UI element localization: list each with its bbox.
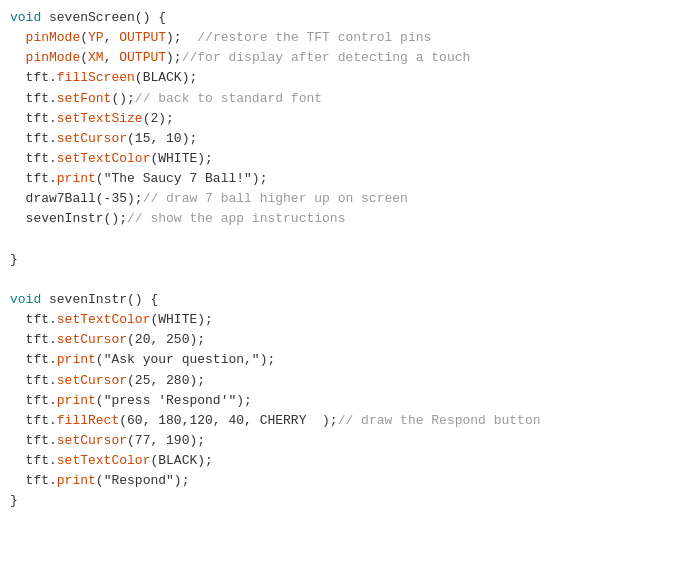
code-line-19: tft.setCursor(25, 280); xyxy=(10,371,690,391)
code-line-7: tft.setCursor(15, 10); xyxy=(10,129,690,149)
code-line-17: tft.setCursor(20, 250); xyxy=(10,330,690,350)
code-line-3: pinMode(XM, OUTPUT);//for display after … xyxy=(10,48,690,68)
code-line-5: tft.setFont();// back to standard font xyxy=(10,89,690,109)
code-line-13: } xyxy=(10,250,690,270)
code-line-10: draw7Ball(-35);// draw 7 ball higher up … xyxy=(10,189,690,209)
code-line-22: tft.setCursor(77, 190); xyxy=(10,431,690,451)
code-line-18: tft.print("Ask your question,"); xyxy=(10,350,690,370)
code-line-9: tft.print("The Saucy 7 Ball!"); xyxy=(10,169,690,189)
code-line-14 xyxy=(10,270,690,290)
code-line-25: } xyxy=(10,491,690,511)
code-container: void sevenScreen() { pinMode(YP, OUTPUT)… xyxy=(0,0,700,569)
code-line-1: void sevenScreen() { xyxy=(10,8,690,28)
code-line-12 xyxy=(10,230,690,250)
code-line-2: pinMode(YP, OUTPUT); //restore the TFT c… xyxy=(10,28,690,48)
code-block: void sevenScreen() { pinMode(YP, OUTPUT)… xyxy=(0,8,700,512)
code-line-16: tft.setTextColor(WHITE); xyxy=(10,310,690,330)
code-line-15: void sevenInstr() { xyxy=(10,290,690,310)
code-line-8: tft.setTextColor(WHITE); xyxy=(10,149,690,169)
code-line-11: sevenInstr();// show the app instruction… xyxy=(10,209,690,229)
code-line-6: tft.setTextSize(2); xyxy=(10,109,690,129)
code-line-4: tft.fillScreen(BLACK); xyxy=(10,68,690,88)
code-line-20: tft.print("press 'Respond'"); xyxy=(10,391,690,411)
code-line-23: tft.setTextColor(BLACK); xyxy=(10,451,690,471)
code-line-21: tft.fillRect(60, 180,120, 40, CHERRY );/… xyxy=(10,411,690,431)
code-line-24: tft.print("Respond"); xyxy=(10,471,690,491)
